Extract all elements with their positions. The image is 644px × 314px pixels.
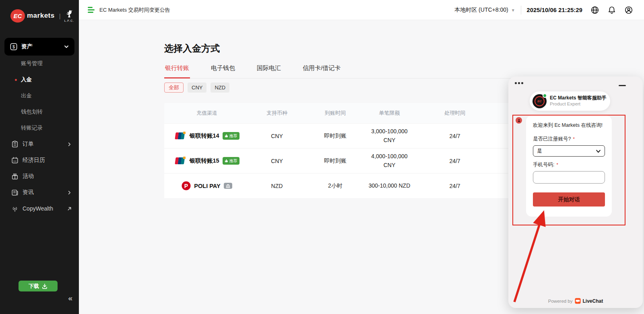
svg-text:P: P	[184, 183, 188, 189]
sidebar-item-label: CopyWealth	[23, 205, 67, 212]
prechat-form: 欢迎来到 Ec Markets 在线咨询! 是否已注册账号?* 是 手机号码:*…	[526, 116, 612, 217]
active-dot	[15, 79, 17, 81]
livechat-logo-icon	[575, 298, 581, 304]
sidebar-item-label: 转账记录	[21, 124, 43, 132]
question-registered-label: 是否已注册账号?*	[533, 136, 605, 143]
download-icon	[42, 283, 47, 289]
visitor-avatar-icon	[516, 117, 522, 124]
filter-all[interactable]: 全部	[164, 83, 184, 93]
sidebar-item-label: 出金	[21, 92, 32, 99]
channel-name: 银联转账14	[189, 132, 219, 140]
gift-icon	[11, 173, 19, 180]
phone-input[interactable]	[533, 171, 605, 184]
download-button[interactable]: 下载	[19, 281, 58, 291]
lfc-logo: L.F.C.	[64, 9, 74, 22]
cell-currency: CNY	[250, 158, 304, 164]
broadcast-icon	[11, 205, 19, 212]
download-label: 下载	[29, 283, 39, 290]
sidebar-item-label: 入金	[21, 76, 32, 83]
sidebar-item-label: 钱包划转	[21, 108, 43, 116]
sidebar-item-activities[interactable]: 活动	[0, 168, 79, 184]
cell-arrival: 即时到账	[304, 132, 366, 140]
sidebar-item-withdraw[interactable]: 出金	[0, 88, 79, 104]
news-icon	[11, 189, 19, 196]
chat-menu-button[interactable]	[515, 82, 523, 84]
tab-credit-debit-card[interactable]: 信用卡/借记卡	[302, 61, 341, 78]
account-icon[interactable]	[624, 6, 633, 14]
sidebar: EC markets | L.F.C. $ 资产 账号管理 入金 出金 钱包划转…	[0, 0, 79, 314]
announcement-link[interactable]: EC Markets 交易时间变更公告	[99, 6, 170, 14]
sidebar-item-economic-calendar[interactable]: 经济日历	[0, 152, 79, 168]
sidebar-item-news[interactable]: 资讯	[0, 184, 79, 200]
sidebar-item-wallet-transfer[interactable]: 钱包划转	[0, 104, 79, 120]
online-status-dot	[543, 93, 547, 98]
tab-international-wire[interactable]: 国际电汇	[256, 61, 282, 78]
cell-limit: 3,000-100,000 CNY	[366, 127, 413, 145]
agent-name: EC Markets 智能客服助手	[550, 95, 607, 101]
sidebar-group-assets[interactable]: $ 资产	[4, 38, 74, 56]
channel-name: POLI PAY	[194, 183, 220, 189]
currency-filters: 全部 CNY NZD	[164, 83, 229, 93]
sidebar-item-copywealth[interactable]: CopyWealth	[0, 200, 79, 217]
badge-label: 推荐	[229, 133, 237, 139]
col-header-hours: 处理时间	[413, 109, 497, 117]
filter-cny[interactable]: CNY	[188, 83, 206, 93]
chat-welcome-text: 欢迎来到 Ec Markets 在线咨询!	[533, 122, 605, 129]
notifications-bell-icon[interactable]	[607, 6, 616, 14]
chat-minimize-button[interactable]	[619, 85, 626, 86]
cell-currency: NZD	[250, 183, 304, 189]
chevron-down-icon	[596, 149, 601, 154]
cell-arrival: 即时到账	[304, 157, 366, 165]
top-header: EC Markets 交易时间变更公告 本地时区 (UTC+8:00) ▼ 20…	[79, 0, 644, 20]
filter-nzd[interactable]: NZD	[211, 83, 229, 93]
sidebar-item-orders[interactable]: 订单	[0, 136, 79, 152]
tab-bank-transfer[interactable]: 银行转账	[164, 61, 190, 78]
deposit-method-tabs: 银行转账 电子钱包 国际电汇 信用卡/借记卡	[164, 61, 616, 78]
cell-hours: 24/7	[413, 183, 497, 189]
agent-avatar: EC	[533, 94, 547, 108]
recommended-badge: 推荐	[223, 157, 239, 165]
chevron-right-icon	[67, 190, 72, 195]
thumbs-up-icon	[225, 134, 228, 138]
chevron-down-icon	[64, 44, 69, 49]
start-chat-button[interactable]: 开始对话	[533, 192, 605, 207]
cell-currency: CNY	[250, 133, 304, 139]
sidebar-item-label: 活动	[23, 173, 72, 180]
page-title: 选择入金方式	[164, 42, 220, 55]
livechat-widget: EC EC Markets 智能客服助手 Product Expert 欢迎来到…	[508, 76, 643, 308]
cell-limit: 300-10,000 NZD	[366, 182, 413, 190]
sidebar-item-label: 经济日历	[23, 157, 72, 164]
sidebar-item-deposit[interactable]: 入金	[0, 72, 79, 88]
sidebar-item-account-management[interactable]: 账号管理	[0, 56, 79, 72]
dollar-square-icon: $	[10, 43, 17, 50]
cell-arrival: 2小时	[304, 182, 366, 190]
header-divider	[521, 6, 521, 14]
thumbs-up-icon	[225, 159, 228, 163]
required-asterisk: *	[556, 162, 558, 167]
svg-text:$: $	[12, 44, 15, 49]
announcement-menu-icon[interactable]	[88, 7, 95, 13]
sidebar-group-label: 资产	[21, 43, 64, 50]
globe-icon[interactable]	[590, 6, 599, 14]
cell-hours: 24/7	[413, 158, 497, 164]
agent-role: Product Expert	[550, 101, 607, 107]
caret-down-icon: ▼	[511, 8, 515, 12]
ec-logo-icon: EC	[10, 9, 25, 23]
unionpay-icon	[174, 157, 186, 165]
required-asterisk: *	[573, 136, 574, 141]
col-header-currency: 支持币种	[250, 109, 304, 117]
bank-icon	[226, 184, 230, 188]
unionpay-icon	[174, 132, 186, 140]
livechat-footer[interactable]: Powered by LiveChat	[508, 298, 643, 304]
tab-e-wallet[interactable]: 电子钱包	[210, 61, 236, 78]
sidebar-collapse-button[interactable]: «	[68, 294, 72, 303]
registered-select[interactable]: 是	[533, 145, 605, 157]
liver-bird-icon	[65, 9, 74, 19]
col-header-channel: 充值渠道	[164, 109, 250, 117]
cell-limit: 4,000-100,000 CNY	[366, 152, 413, 169]
sidebar-item-transfer-records[interactable]: 转账记录	[0, 120, 79, 136]
timezone-selector[interactable]: 本地时区 (UTC+8:00) ▼	[454, 6, 515, 14]
livechat-label: LiveChat	[583, 298, 603, 304]
col-header-arrival: 到账时间	[304, 109, 366, 117]
sidebar-item-label: 账号管理	[21, 60, 43, 67]
